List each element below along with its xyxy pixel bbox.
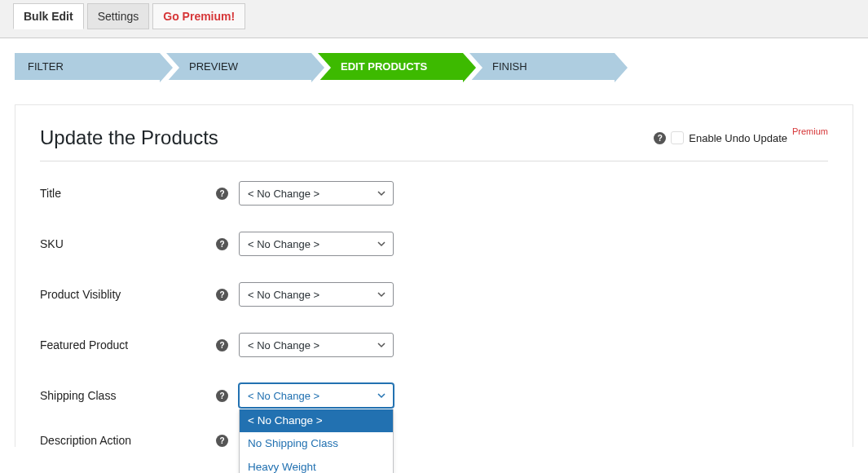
undo-checkbox[interactable]: [671, 131, 684, 144]
select-shipping-class[interactable]: < No Change >: [239, 383, 394, 408]
step-edit-products[interactable]: EDIT PRODUCTS: [318, 53, 463, 80]
label-title: Title: [40, 187, 216, 200]
row-title: Title ? < No Change >: [40, 181, 828, 206]
select-title[interactable]: < No Change >: [239, 181, 394, 206]
help-icon[interactable]: ?: [216, 435, 228, 447]
select-value: < No Change >: [248, 289, 319, 301]
row-description: Description Action ?: [40, 434, 828, 447]
tab-bulk-edit[interactable]: Bulk Edit: [13, 3, 84, 29]
undo-update-option: ? Enable Undo Update Premium: [654, 131, 828, 144]
chevron-down-icon: [377, 290, 386, 299]
panel-header: Update the Products ? Enable Undo Update…: [40, 126, 828, 161]
help-icon[interactable]: ?: [216, 238, 228, 250]
dropdown-option[interactable]: No Shipping Class: [240, 432, 393, 455]
select-value: < No Change >: [248, 238, 319, 250]
help-icon[interactable]: ?: [216, 188, 228, 200]
label-sku: SKU: [40, 237, 216, 250]
help-icon[interactable]: ?: [216, 289, 228, 301]
row-visibility: Product Visiblity ? < No Change >: [40, 282, 828, 307]
step-filter[interactable]: FILTER: [15, 53, 160, 80]
row-sku: SKU ? < No Change >: [40, 232, 828, 256]
select-featured[interactable]: < No Change >: [239, 333, 394, 357]
select-value: < No Change >: [248, 339, 319, 351]
step-preview[interactable]: PREVIEW: [166, 53, 311, 80]
help-icon[interactable]: ?: [216, 390, 228, 402]
label-description: Description Action: [40, 434, 216, 447]
select-visibility[interactable]: < No Change >: [239, 282, 394, 307]
label-featured: Featured Product: [40, 338, 216, 351]
shipping-dropdown: < No Change > No Shipping Class Heavy We…: [239, 409, 394, 473]
row-shipping-class: Shipping Class ? < No Change > < No Chan…: [40, 383, 828, 408]
dropdown-option[interactable]: < No Change >: [240, 409, 393, 432]
chevron-down-icon: [377, 188, 386, 198]
label-shipping: Shipping Class: [40, 389, 216, 402]
update-panel: Update the Products ? Enable Undo Update…: [15, 104, 853, 447]
tab-go-premium[interactable]: Go Premium!: [152, 3, 245, 29]
premium-badge: Premium: [792, 126, 828, 136]
row-featured: Featured Product ? < No Change >: [40, 333, 828, 357]
select-sku[interactable]: < No Change >: [239, 232, 394, 256]
help-icon[interactable]: ?: [654, 132, 666, 144]
chevron-down-icon: [377, 391, 386, 400]
page-title: Update the Products: [40, 126, 218, 149]
label-visibility: Product Visiblity: [40, 288, 216, 301]
select-value: < No Change >: [248, 188, 319, 200]
wizard-stepper: FILTER PREVIEW EDIT PRODUCTS FINISH: [0, 38, 868, 90]
select-value: < No Change >: [248, 390, 319, 402]
chevron-down-icon: [377, 239, 386, 249]
undo-label: Enable Undo Update: [689, 132, 787, 144]
top-tabs: Bulk Edit Settings Go Premium!: [0, 0, 868, 38]
tab-settings[interactable]: Settings: [87, 3, 150, 29]
chevron-down-icon: [377, 340, 386, 350]
help-icon[interactable]: ?: [216, 339, 228, 351]
dropdown-option[interactable]: Heavy Weight: [240, 456, 393, 474]
step-finish[interactable]: FINISH: [469, 53, 615, 80]
